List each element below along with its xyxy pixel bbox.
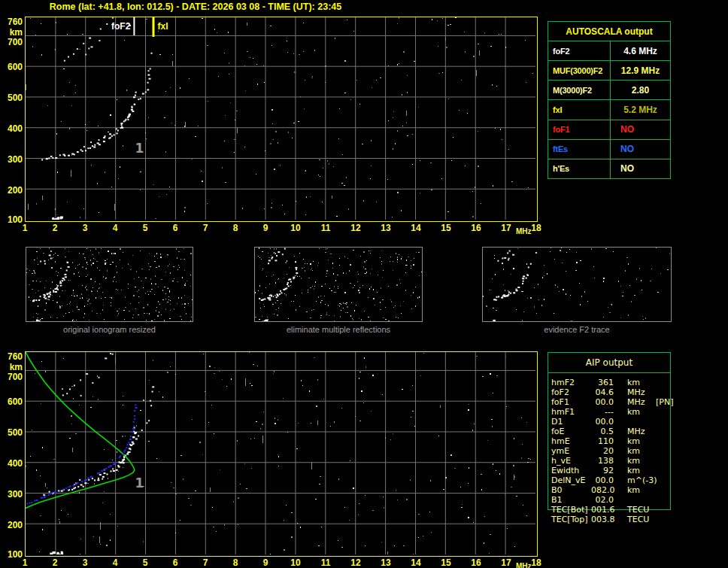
autoscala-row-foF2: foF24.6 MHz (548, 41, 670, 60)
x-tick-label: 8 (233, 223, 238, 233)
aip-row-DelN_vE: DelN_vE00.0m^(-3) (551, 475, 679, 485)
y-tick-label: 400 (0, 123, 23, 134)
svg-text:1: 1 (135, 475, 144, 491)
station-date-time-title: Rome (lat: +41.8, lon: 012.5) - DATE: 20… (0, 2, 391, 12)
x-tick-label: 11 (321, 223, 331, 233)
autoscala-row-label: foF1 (548, 120, 611, 139)
aip-row-D1: D100.0 (551, 417, 679, 427)
autoscala-table-rows: foF24.6 MHzMUF(3000)F212.9 MHzM(3000)F22… (548, 41, 670, 178)
aip-row-hmF1: hmF1---km (551, 407, 679, 417)
x-tick-label: 6 (173, 223, 178, 233)
x-tick-label: 5 (143, 223, 148, 233)
x-tick-label: 2 (53, 557, 58, 568)
aip-cell: hmE (551, 436, 591, 446)
autoscala-row-label: ftEs (548, 140, 611, 159)
aip-table-rows: hmF2361kmfoF204.6MHzfoF100.0MHz[PN]hmF1-… (551, 378, 679, 524)
y-tick-label: 600 (0, 62, 23, 72)
aip-cell: 04.6 (591, 387, 614, 397)
aip-cell: km (627, 378, 656, 387)
aip-row-foE: foE0.5MHz (551, 427, 679, 436)
x-tick-label: 13 (381, 223, 390, 233)
autoscala-row-value: 12.9 MHz (611, 61, 670, 80)
x-tick-label: 13 (381, 557, 390, 568)
aip-cell: foF1 (551, 397, 591, 407)
aip-cell: h_vE (551, 456, 591, 466)
aip-cell: 138 (591, 456, 614, 466)
aip-cell: MHz (627, 427, 656, 436)
x-tick-label: 2 (53, 223, 58, 233)
autoscala-row-label: fxI (548, 100, 611, 119)
aip-cell: km (627, 436, 656, 446)
aip-cell: 00.0 (591, 417, 614, 427)
aip-cell: ymE (551, 446, 591, 456)
x-tick-label: 15 (441, 223, 450, 233)
autoscala-output-table: AUTOSCALA output foF24.6 MHzMUF(3000)F21… (548, 21, 671, 179)
aip-row-foF1: foF100.0MHz[PN] (551, 397, 679, 407)
aip-cell: hmF2 (551, 378, 591, 387)
x-tick-label: 1 (23, 223, 28, 233)
aip-cell: MHz (627, 387, 656, 397)
aip-cell: TEC[Bot] (551, 505, 591, 515)
autoscala-row-fxI: fxI5.2 MHz (548, 99, 670, 119)
y-tick-label: 200 (0, 185, 23, 196)
x-tick-label: 10 (290, 557, 300, 568)
svg-text:foF2: foF2 (111, 21, 131, 32)
thumbnail-original-ionogram (26, 247, 193, 322)
autoscala-row-value: NO (611, 120, 670, 139)
x-tick-label: 7 (203, 223, 208, 233)
aip-row-hmF2: hmF2361km (551, 378, 679, 387)
y-tick-label: 300 (0, 154, 23, 165)
aip-cell: 00.0 (591, 397, 614, 407)
top-ionogram-plot: foF2fxI1 (25, 17, 538, 222)
x-tick-label: 12 (350, 557, 360, 568)
autoscala-row-foF1: foF1NO (548, 120, 670, 139)
aip-row-B1: B102.0 (551, 495, 679, 505)
y-tick-label: 700 (0, 372, 23, 382)
aip-cell: D1 (551, 417, 591, 427)
autoscala-row-label: MUF(3000)F2 (548, 61, 611, 80)
thumbnail-1-canvas (26, 248, 193, 321)
bottom-x-axis-unit: MHz (516, 562, 532, 568)
y-tick-label: 400 (0, 458, 23, 469)
x-tick-label: 14 (411, 223, 420, 233)
x-tick-label: 17 (501, 557, 511, 568)
svg-text:1: 1 (135, 141, 144, 156)
aip-row-TEC[Bot]: TEC[Bot]001.6TECU (551, 505, 679, 515)
x-tick-label: 16 (471, 557, 481, 568)
aip-table-header: AIP output (548, 353, 670, 373)
thumbnail-evidence-f2-trace (482, 247, 672, 322)
aip-row-foF2: foF204.6MHz (551, 387, 679, 397)
aip-cell: km (627, 456, 656, 466)
x-tick-label: 9 (263, 557, 268, 568)
x-tick-label: 16 (471, 223, 481, 233)
y-tick-label: km (0, 362, 23, 372)
x-tick-label: 17 (501, 223, 511, 233)
aip-cell: m^(-3) (627, 475, 656, 485)
aip-row-ymE: ymE20km (551, 446, 679, 456)
aip-cell: DelN_vE (551, 475, 591, 485)
y-tick-label: km (0, 27, 23, 38)
autoscala-row-ftEs: ftEsNO (548, 139, 670, 159)
y-tick-label: 760 (0, 17, 23, 27)
autoscala-row-label: M(3000)F2 (548, 80, 611, 99)
x-tick-label: 15 (441, 557, 450, 568)
aip-cell: 02.0 (591, 495, 614, 505)
aip-cell: Ewidth (551, 466, 591, 475)
x-tick-label: 18 (531, 557, 541, 568)
autoscala-row-value: 4.6 MHz (611, 41, 670, 60)
autoscala-row-h'Es: h'EsNO (548, 159, 670, 178)
aip-cell: TECU (627, 515, 656, 524)
y-tick-label: 100 (0, 549, 23, 560)
y-tick-label: 600 (0, 396, 23, 407)
x-tick-label: 3 (83, 557, 88, 568)
y-tick-label: 500 (0, 427, 23, 438)
x-tick-label: 11 (321, 557, 331, 568)
aip-cell: 110 (591, 436, 614, 446)
aip-cell: 003.8 (591, 515, 614, 524)
x-tick-label: 6 (173, 557, 178, 568)
y-tick-label: 100 (0, 214, 23, 225)
thumbnail-1-caption: original ionogram resized (26, 325, 193, 334)
aip-cell: TEC[Top] (551, 515, 591, 524)
top-ionogram-canvas: foF2fxI1 (26, 17, 535, 220)
aip-cell: B0 (551, 485, 591, 495)
